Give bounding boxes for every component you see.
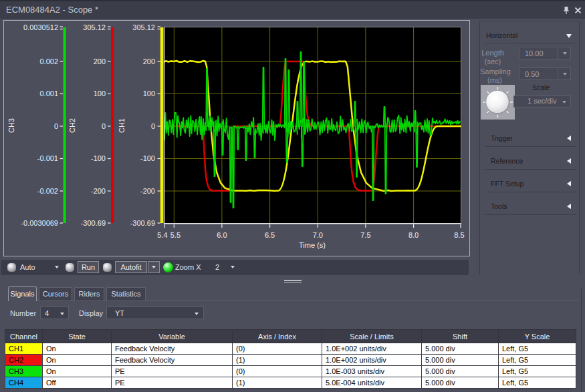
svg-text:7.0: 7.0 (313, 231, 323, 239)
svg-text:0: 0 (102, 122, 106, 130)
svg-text:6.5: 6.5 (265, 231, 275, 239)
svg-text:0.0030512: 0.0030512 (23, 23, 58, 31)
svg-text:8.0: 8.0 (408, 231, 419, 239)
svg-text:-0.0030069: -0.0030069 (21, 219, 58, 227)
svg-text:CH1: CH1 (118, 118, 126, 133)
svg-text:Time (s): Time (s) (299, 241, 326, 249)
svg-text:-200: -200 (140, 187, 155, 195)
svg-text:100: 100 (143, 89, 155, 97)
svg-text:5.4: 5.4 (157, 231, 167, 239)
svg-text:CH2: CH2 (68, 118, 76, 133)
svg-text:305.12: 305.12 (132, 23, 155, 31)
svg-text:-100: -100 (91, 154, 106, 162)
svg-text:0: 0 (151, 122, 155, 130)
svg-text:-0.001: -0.001 (37, 154, 58, 162)
svg-text:200: 200 (143, 57, 155, 65)
svg-text:0: 0 (54, 122, 58, 130)
svg-text:8.5: 8.5 (454, 231, 464, 239)
svg-text:-300.69: -300.69 (81, 219, 106, 227)
svg-text:-200: -200 (91, 187, 106, 195)
svg-text:6.0: 6.0 (217, 231, 227, 239)
svg-text:-100: -100 (140, 154, 155, 162)
svg-text:7.5: 7.5 (360, 231, 370, 239)
svg-text:200: 200 (94, 57, 106, 65)
svg-text:-0.002: -0.002 (37, 187, 58, 195)
svg-text:0.002: 0.002 (39, 57, 58, 65)
svg-text:5.5: 5.5 (170, 231, 181, 239)
svg-text:305.12: 305.12 (83, 23, 106, 31)
svg-text:100: 100 (94, 89, 106, 97)
svg-text:0.001: 0.001 (39, 89, 58, 97)
svg-text:CH3: CH3 (7, 118, 15, 133)
svg-text:-300.69: -300.69 (130, 219, 155, 227)
